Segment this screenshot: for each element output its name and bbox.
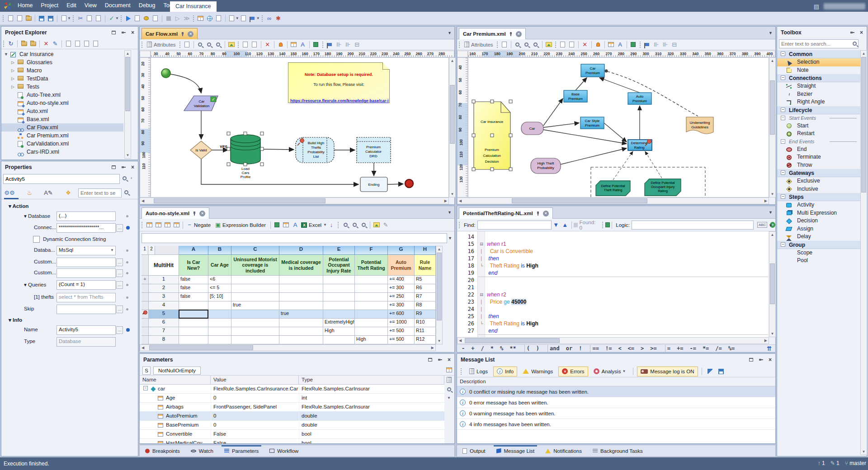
negate-icon[interactable]: − xyxy=(185,221,194,230)
tool-tab-notifications[interactable]: Notifications xyxy=(540,445,587,456)
cell-1B[interactable]: <6 xyxy=(208,276,231,284)
tree-item-car-flow-xml[interactable]: Car Flow.xml xyxy=(1,123,123,132)
column-letter-C[interactable]: C xyxy=(231,246,279,255)
message-row[interactable]: i0 conflict or missing rule message has … xyxy=(457,386,775,397)
copy-icon[interactable] xyxy=(558,40,567,49)
cell-6B[interactable] xyxy=(208,319,231,327)
note-link[interactable]: https://resource.flexrule.com/knowledge-… xyxy=(288,99,389,103)
pin-icon[interactable] xyxy=(850,30,854,35)
paste-doc-icon[interactable] xyxy=(82,39,91,48)
toolbox-subsection-start-events[interactable]: −Start Events xyxy=(777,114,860,122)
attributes-icon[interactable] xyxy=(145,40,154,49)
operator-%25%3D[interactable]: %= xyxy=(728,345,735,352)
delete-doc-icon[interactable] xyxy=(91,39,100,48)
cell-1E[interactable] xyxy=(323,276,355,284)
properties-icon[interactable] xyxy=(607,40,616,49)
pin-icon[interactable] xyxy=(121,165,126,169)
toolbox-section-group[interactable]: −Group xyxy=(777,241,860,249)
pin-icon[interactable] xyxy=(759,357,763,362)
flow-vscrollbar[interactable]: ▲▼ xyxy=(449,57,456,197)
export-image-icon[interactable] xyxy=(544,40,553,49)
flow-note[interactable]: Note: Database setup is required. To run… xyxy=(288,62,390,103)
tab-list-caret-icon[interactable]: ▼ xyxy=(769,31,773,35)
add-folder-icon[interactable] xyxy=(28,39,38,48)
flow-canvas[interactable]: ✓ Car Validation Is Valid YES Load xyxy=(151,57,449,197)
toolbox-item-selection[interactable]: Selection xyxy=(777,58,860,66)
message-row[interactable]: i0 error message has been written. xyxy=(457,397,775,408)
toolbox-item-scope[interactable]: Scope xyxy=(777,249,860,257)
property-value-name[interactable]: Activity5 xyxy=(57,325,116,335)
toolbox-item-note[interactable]: Note xyxy=(777,66,860,75)
tree-item-base-xml[interactable]: Base.xml xyxy=(1,115,123,123)
toolbox-section-steps[interactable]: −Steps xyxy=(777,193,860,201)
zoom-in-icon[interactable] xyxy=(341,221,350,230)
property-value-database[interactable]: (...) xyxy=(57,212,116,221)
toolbox-item-throw[interactable]: Throw xyxy=(777,161,860,169)
cell-2H[interactable]: R6 xyxy=(415,284,436,293)
zoom-in-icon[interactable] xyxy=(196,40,205,49)
distribute-icon[interactable]: ⊟ xyxy=(353,40,362,49)
find-next-icon[interactable]: ▼ xyxy=(552,221,561,230)
toolbox-item-decision[interactable]: Decision xyxy=(777,217,860,225)
grid-vscrollbar[interactable]: ▲▼ xyxy=(436,246,443,344)
window-icon[interactable] xyxy=(227,14,236,23)
formula-expand-icon[interactable]: ▼ xyxy=(448,236,452,240)
new-folder-icon[interactable] xyxy=(19,39,28,48)
preview-icon[interactable] xyxy=(183,40,192,49)
cell-3A[interactable]: false xyxy=(179,293,208,301)
operator-!%3D[interactable]: != xyxy=(605,345,612,352)
operator-([interactable]: ( xyxy=(527,345,530,352)
cell-1C[interactable] xyxy=(231,276,279,284)
code-line[interactable]: when r2 xyxy=(487,291,506,298)
properties-filter-input[interactable] xyxy=(78,188,122,197)
toolbox-item-multi-expression[interactable]: Multi Expression xyxy=(777,209,860,217)
section-action[interactable]: ▾ Action xyxy=(1,201,138,212)
corner-multihit[interactable]: MultiHit xyxy=(149,255,179,276)
tab-list-caret-icon[interactable]: ▼ xyxy=(448,210,452,215)
table-remove-icon[interactable] xyxy=(172,221,181,230)
cell-2D[interactable] xyxy=(279,284,323,293)
code-line[interactable]: end xyxy=(487,327,497,334)
save-icon[interactable] xyxy=(37,14,46,23)
ellipsis-button[interactable]: … xyxy=(116,281,123,289)
align-left-icon[interactable]: ⊪ xyxy=(652,40,661,49)
operator-%2F%3D[interactable]: /= xyxy=(715,345,722,352)
zoom-out-icon[interactable] xyxy=(350,221,359,230)
analyze-brush-icon[interactable] xyxy=(706,367,715,376)
properties-icon[interactable] xyxy=(289,40,298,49)
row-number[interactable]: 7 xyxy=(149,327,179,336)
menu-project[interactable]: Project xyxy=(37,0,62,11)
properties-icon[interactable] xyxy=(282,221,291,230)
cell-8E[interactable] xyxy=(323,336,355,344)
link-icon[interactable]: ∞ xyxy=(265,14,274,23)
zoom-out-icon[interactable] xyxy=(205,40,214,49)
cell-4A[interactable] xyxy=(179,301,208,310)
edit-icon[interactable]: ✎ xyxy=(381,221,390,230)
tab-list-caret-icon[interactable]: ▼ xyxy=(769,210,773,215)
list-view-icon[interactable] xyxy=(447,377,452,383)
ellipsis-button[interactable]: … xyxy=(116,258,123,266)
project-tree-scrollbar[interactable]: ▲▼ xyxy=(124,50,131,159)
toolbox-item-activity[interactable]: Activity xyxy=(777,201,860,209)
collapse-operator-bar-icon[interactable]: ⇈ xyxy=(767,345,772,352)
filter-s-button[interactable]: S xyxy=(142,367,151,375)
msg-filter-analysis[interactable]: Analysis▼ xyxy=(590,367,630,376)
code-line[interactable]: Theft Rating is High xyxy=(487,262,538,269)
float-icon[interactable] xyxy=(428,358,432,362)
toolbox-item-straight[interactable]: Straight xyxy=(777,82,860,90)
find-input[interactable] xyxy=(477,221,552,230)
cell-4G[interactable]: += 300 xyxy=(388,301,415,310)
column-letter-D[interactable]: D xyxy=(279,246,323,255)
section-info[interactable]: ▾ Info xyxy=(1,315,138,326)
cell-8F[interactable]: High xyxy=(355,336,388,344)
tree-item-macro[interactable]: ▷Macro xyxy=(1,66,123,75)
new-icon[interactable] xyxy=(250,40,259,49)
ellipsis-button[interactable]: … xyxy=(116,269,123,277)
msg-filter-warnings[interactable]: Warnings xyxy=(519,367,557,376)
code-line[interactable]: then xyxy=(487,255,499,262)
outline-level-1[interactable]: 1 xyxy=(142,246,148,255)
breakpoint-icon[interactable] xyxy=(594,40,603,49)
grid-view-icon[interactable] xyxy=(446,367,452,372)
tree-item-auto-no-style-xml[interactable]: Auto-no-style.xml xyxy=(1,99,123,107)
feed-icon[interactable]: ▤ xyxy=(812,2,821,11)
